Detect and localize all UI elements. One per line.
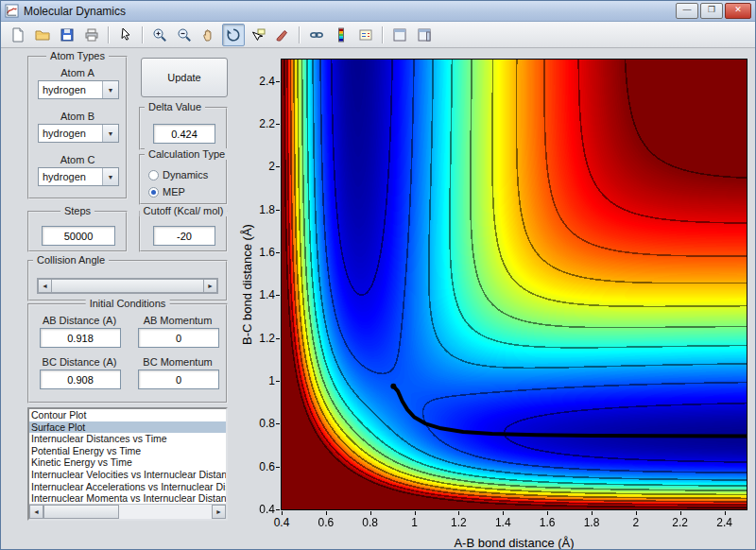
list-item[interactable]: Surface Plot (29, 421, 226, 434)
data-cursor-button[interactable] (247, 24, 269, 46)
list-item[interactable]: Internuclear Distances vs Time (29, 433, 226, 445)
x-tick-label: 2 (622, 516, 650, 529)
list-item[interactable]: Internuclear Velocities vs Internuclear … (29, 469, 226, 481)
y-tick-label: 2 (247, 160, 275, 173)
y-tick-mark (276, 509, 280, 510)
radio-dynamics[interactable]: Dynamics (148, 168, 208, 181)
link-plot-icon (309, 27, 324, 43)
radio-dynamics-label: Dynamics (163, 169, 208, 180)
window-controls: — ❐ ✕ (676, 3, 751, 19)
update-button[interactable]: Update (141, 58, 228, 97)
hscroll-thumb[interactable] (43, 505, 119, 519)
atom-c-label: Atom C (29, 154, 126, 165)
collision-angle-slider[interactable]: ◄ ► (37, 278, 218, 294)
x-tick-label: 2.2 (666, 516, 695, 529)
insert-legend-button[interactable] (354, 24, 377, 46)
list-item[interactable]: Kinetic Energy vs Time (29, 456, 226, 469)
initial-conditions-title: Initial Conditions (86, 298, 170, 309)
plot-frame (281, 59, 747, 510)
insert-legend-icon (358, 27, 373, 43)
insert-colorbar-icon (334, 27, 349, 43)
toolbar-separator (382, 26, 384, 43)
plot-type-list-items: Contour PlotSurface PlotInternuclear Dis… (29, 409, 226, 505)
hide-plot-tools-button[interactable] (388, 24, 411, 46)
initial-conditions-panel: Initial Conditions AB Distance (A) AB Mo… (27, 303, 228, 404)
cutoff-panel: Cutoff (Kcal/ mol) (139, 211, 228, 252)
close-button[interactable]: ✕ (725, 3, 751, 19)
titlebar[interactable]: Molecular Dynamics — ❐ ✕ (1, 1, 755, 22)
y-tick-label: 1 (247, 374, 275, 387)
atom-b-label: Atom B (29, 111, 126, 122)
bc-distance-label: BC Distance (A) (31, 356, 128, 368)
insert-colorbar-button[interactable] (330, 24, 352, 46)
slider-left-arrow-icon[interactable]: ◄ (38, 279, 52, 293)
list-item[interactable]: Internuclear Momenta vs Internuclear Dis… (29, 492, 226, 505)
maximize-button[interactable]: ❐ (700, 3, 723, 19)
y-tick-mark (276, 210, 280, 211)
radio-mep[interactable]: MEP (148, 185, 185, 198)
minimize-button[interactable]: — (676, 3, 698, 19)
atom-c-value: hydrogen (43, 171, 86, 182)
y-tick-label: 1.2 (247, 332, 275, 345)
list-item[interactable]: Internuclear Accelerations vs Internucle… (29, 481, 226, 493)
save-figure-icon (60, 27, 75, 43)
ab-momentum-label: AB Momentum (129, 315, 226, 326)
plot-type-listbox[interactable]: Contour PlotSurface PlotInternuclear Dis… (27, 407, 228, 521)
show-plot-tools-button[interactable] (413, 24, 436, 46)
x-tick-label: 2.4 (711, 516, 739, 529)
list-item[interactable]: Potential Energy vs Time (29, 445, 226, 457)
atom-c-select[interactable]: hydrogen ▼ (38, 167, 119, 186)
pan-button[interactable] (198, 24, 220, 46)
atom-a-value: hydrogen (43, 84, 86, 95)
x-tick-label: 1 (401, 516, 429, 529)
hscroll-right-arrow-icon[interactable]: ► (212, 505, 226, 519)
atom-types-panel: Atom Types Atom A hydrogen ▼ Atom B hydr… (27, 56, 128, 199)
delta-value-field[interactable] (153, 124, 215, 144)
chevron-down-icon[interactable]: ▼ (102, 168, 118, 185)
zoom-out-button[interactable] (173, 24, 196, 46)
rotate-3d-button[interactable] (222, 24, 245, 46)
slider-right-arrow-icon[interactable]: ► (203, 279, 217, 293)
listbox-hscrollbar[interactable]: ◄ ► (29, 504, 226, 519)
y-tick-label: 1.6 (247, 246, 275, 259)
atom-b-select[interactable]: hydrogen ▼ (38, 124, 119, 143)
slider-thumb[interactable] (51, 279, 204, 293)
ab-momentum-field[interactable] (138, 328, 219, 348)
open-file-button[interactable] (31, 24, 54, 46)
print-figure-button[interactable] (80, 24, 103, 46)
brush-data-button[interactable] (271, 24, 294, 46)
steps-field[interactable] (42, 226, 115, 246)
link-plot-button[interactable] (305, 24, 328, 46)
delta-value-panel: Delta Value (139, 107, 228, 150)
y-tick-mark (276, 381, 280, 382)
x-tick-mark (680, 511, 681, 515)
bc-momentum-field[interactable] (138, 370, 219, 389)
save-figure-button[interactable] (56, 24, 78, 46)
pan-icon (201, 27, 216, 43)
toolbar-separator (142, 26, 144, 43)
new-figure-button[interactable] (7, 24, 29, 46)
atom-a-select[interactable]: hydrogen ▼ (38, 80, 119, 99)
y-tick-mark (276, 423, 280, 424)
y-tick-label: 0.8 (247, 417, 275, 430)
y-tick-label: 0.6 (247, 460, 275, 473)
edit-plot-button[interactable] (114, 24, 137, 46)
chevron-down-icon[interactable]: ▼ (102, 125, 118, 142)
x-tick-mark (326, 511, 327, 515)
surface-plot-canvas[interactable] (282, 60, 747, 509)
hscroll-left-arrow-icon[interactable]: ◄ (29, 505, 43, 519)
open-file-icon (35, 27, 50, 43)
x-tick-label: 1.6 (533, 516, 561, 529)
print-figure-icon (84, 27, 99, 43)
y-tick-label: 2.2 (247, 117, 275, 130)
ab-distance-field[interactable] (40, 328, 121, 348)
y-tick-mark (276, 338, 280, 339)
atom-b-value: hydrogen (43, 128, 86, 139)
chevron-down-icon[interactable]: ▼ (102, 81, 118, 98)
cutoff-field[interactable] (153, 226, 215, 246)
zoom-in-button[interactable] (148, 24, 171, 46)
list-item[interactable]: Contour Plot (29, 409, 226, 421)
y-tick-label: 1.4 (247, 288, 275, 301)
bc-distance-field[interactable] (40, 370, 121, 389)
rotate-3d-icon (226, 27, 241, 43)
